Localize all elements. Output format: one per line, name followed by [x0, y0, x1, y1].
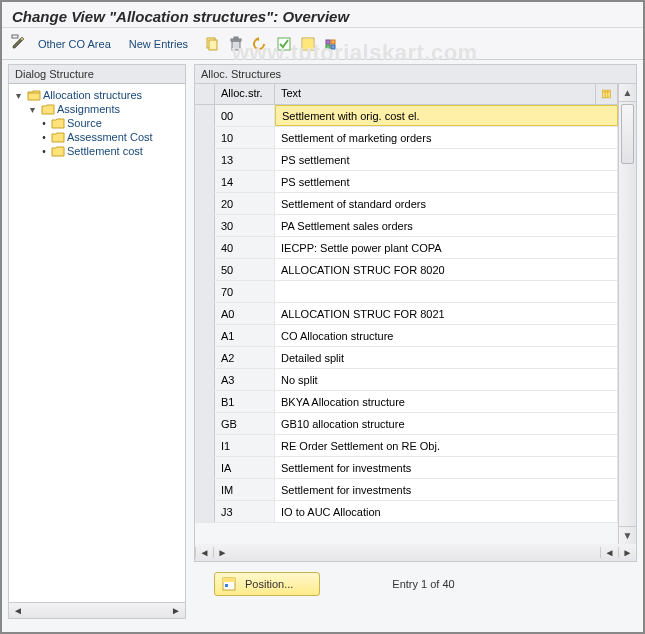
cell-text[interactable]: Settlement of marketing orders	[275, 127, 618, 148]
cell-alloc-str[interactable]: I1	[215, 435, 275, 456]
cell-text[interactable]: ALLOCATION STRUC FOR 8021	[275, 303, 618, 324]
table-row[interactable]: 70	[195, 281, 618, 303]
row-selector[interactable]	[195, 303, 215, 324]
table-row[interactable]: 00Settlement with orig. cost el.	[195, 105, 618, 127]
cell-alloc-str[interactable]: A2	[215, 347, 275, 368]
cell-alloc-str[interactable]: 40	[215, 237, 275, 258]
table-row[interactable]: I1RE Order Settlement on RE Obj.	[195, 435, 618, 457]
cell-text[interactable]: IECPP: Settle power plant COPA	[275, 237, 618, 258]
table-row[interactable]: IASettlement for investments	[195, 457, 618, 479]
tree-node-source[interactable]: • Source	[11, 116, 183, 130]
row-selector[interactable]	[195, 281, 215, 302]
cell-text[interactable]: IO to AUC Allocation	[275, 501, 618, 522]
row-selector[interactable]	[195, 501, 215, 522]
table-row[interactable]: B1BKYA Allocation structure	[195, 391, 618, 413]
table-row[interactable]: 10Settlement of marketing orders	[195, 127, 618, 149]
cell-alloc-str[interactable]: 14	[215, 171, 275, 192]
delete-icon[interactable]	[226, 34, 246, 54]
cell-text[interactable]: Detailed split	[275, 347, 618, 368]
row-selector[interactable]	[195, 105, 215, 126]
cell-text[interactable]: ALLOCATION STRUC FOR 8020	[275, 259, 618, 280]
cell-text[interactable]: CO Allocation structure	[275, 325, 618, 346]
scroll-left-icon[interactable]: ◄	[11, 605, 25, 616]
grid-v-scrollbar[interactable]: ▲ ▼	[618, 84, 636, 544]
row-selector[interactable]	[195, 171, 215, 192]
cell-alloc-str[interactable]: 13	[215, 149, 275, 170]
select-all-column[interactable]	[195, 84, 215, 104]
cell-text[interactable]: PA Settlement sales orders	[275, 215, 618, 236]
cell-alloc-str[interactable]: A0	[215, 303, 275, 324]
cell-alloc-str[interactable]: 10	[215, 127, 275, 148]
copy-icon[interactable]	[202, 34, 222, 54]
row-selector[interactable]	[195, 259, 215, 280]
cell-alloc-str[interactable]: 00	[215, 105, 275, 126]
scroll-thumb[interactable]	[621, 104, 634, 164]
row-selector[interactable]	[195, 391, 215, 412]
cell-text[interactable]	[275, 281, 618, 302]
table-row[interactable]: 30PA Settlement sales orders	[195, 215, 618, 237]
scroll-left-icon[interactable]: ◄	[195, 547, 213, 558]
table-row[interactable]: A2Detailed split	[195, 347, 618, 369]
table-row[interactable]: IMSettlement for investments	[195, 479, 618, 501]
row-selector[interactable]	[195, 435, 215, 456]
table-row[interactable]: A3No split	[195, 369, 618, 391]
table-settings-icon[interactable]	[322, 34, 342, 54]
table-row[interactable]: GBGB10 allocation structure	[195, 413, 618, 435]
row-selector[interactable]	[195, 479, 215, 500]
row-selector[interactable]	[195, 193, 215, 214]
row-selector[interactable]	[195, 127, 215, 148]
tree-node-assignments[interactable]: ▾ Assignments	[11, 102, 183, 116]
cell-alloc-str[interactable]: IM	[215, 479, 275, 500]
toggle-edit-icon[interactable]	[10, 34, 26, 54]
new-entries-button[interactable]: New Entries	[123, 36, 194, 52]
row-selector[interactable]	[195, 369, 215, 390]
table-row[interactable]: 50ALLOCATION STRUC FOR 8020	[195, 259, 618, 281]
table-row[interactable]: 20Settlement of standard orders	[195, 193, 618, 215]
tree-node-settlement-cost[interactable]: • Settlement cost	[11, 144, 183, 158]
cell-text[interactable]: Settlement with orig. cost el.	[275, 105, 618, 126]
cell-text[interactable]: PS settlement	[275, 149, 618, 170]
cell-text[interactable]: BKYA Allocation structure	[275, 391, 618, 412]
scroll-right-icon[interactable]: ►	[213, 547, 231, 558]
cell-alloc-str[interactable]: A3	[215, 369, 275, 390]
cell-alloc-str[interactable]: 50	[215, 259, 275, 280]
row-selector[interactable]	[195, 347, 215, 368]
column-header-alloc-str[interactable]: Alloc.str.	[215, 84, 275, 104]
cell-text[interactable]: PS settlement	[275, 171, 618, 192]
scroll-left-icon[interactable]: ◄	[600, 547, 618, 558]
grid-h-scrollbar[interactable]: ◄ ► ◄ ►	[194, 544, 637, 562]
cell-alloc-str[interactable]: B1	[215, 391, 275, 412]
other-co-area-button[interactable]: Other CO Area	[32, 36, 117, 52]
cell-alloc-str[interactable]: 30	[215, 215, 275, 236]
cell-alloc-str[interactable]: J3	[215, 501, 275, 522]
table-row[interactable]: A1CO Allocation structure	[195, 325, 618, 347]
select-all-icon[interactable]	[274, 34, 294, 54]
table-row[interactable]: A0ALLOCATION STRUC FOR 8021	[195, 303, 618, 325]
cell-text[interactable]: No split	[275, 369, 618, 390]
cell-alloc-str[interactable]: A1	[215, 325, 275, 346]
tree-node-allocation-structures[interactable]: ▾ Allocation structures	[11, 88, 183, 102]
configure-columns-icon[interactable]	[596, 84, 618, 104]
row-selector[interactable]	[195, 237, 215, 258]
column-header-text[interactable]: Text	[275, 84, 596, 104]
cell-alloc-str[interactable]: 70	[215, 281, 275, 302]
table-row[interactable]: 13PS settlement	[195, 149, 618, 171]
cell-text[interactable]: Settlement of standard orders	[275, 193, 618, 214]
cell-alloc-str[interactable]: IA	[215, 457, 275, 478]
cell-text[interactable]: Settlement for investments	[275, 457, 618, 478]
deselect-all-icon[interactable]	[298, 34, 318, 54]
cell-text[interactable]: GB10 allocation structure	[275, 413, 618, 434]
undo-icon[interactable]	[250, 34, 270, 54]
cell-alloc-str[interactable]: GB	[215, 413, 275, 434]
expand-toggle-icon[interactable]: ▾	[11, 90, 25, 101]
scroll-up-icon[interactable]: ▲	[619, 84, 636, 102]
row-selector[interactable]	[195, 413, 215, 434]
cell-text[interactable]: Settlement for investments	[275, 479, 618, 500]
row-selector[interactable]	[195, 325, 215, 346]
expand-toggle-icon[interactable]: ▾	[25, 104, 39, 115]
table-row[interactable]: 40IECPP: Settle power plant COPA	[195, 237, 618, 259]
scroll-right-icon[interactable]: ►	[618, 547, 636, 558]
position-button[interactable]: Position...	[214, 572, 320, 596]
table-row[interactable]: 14PS settlement	[195, 171, 618, 193]
scroll-down-icon[interactable]: ▼	[619, 526, 636, 544]
